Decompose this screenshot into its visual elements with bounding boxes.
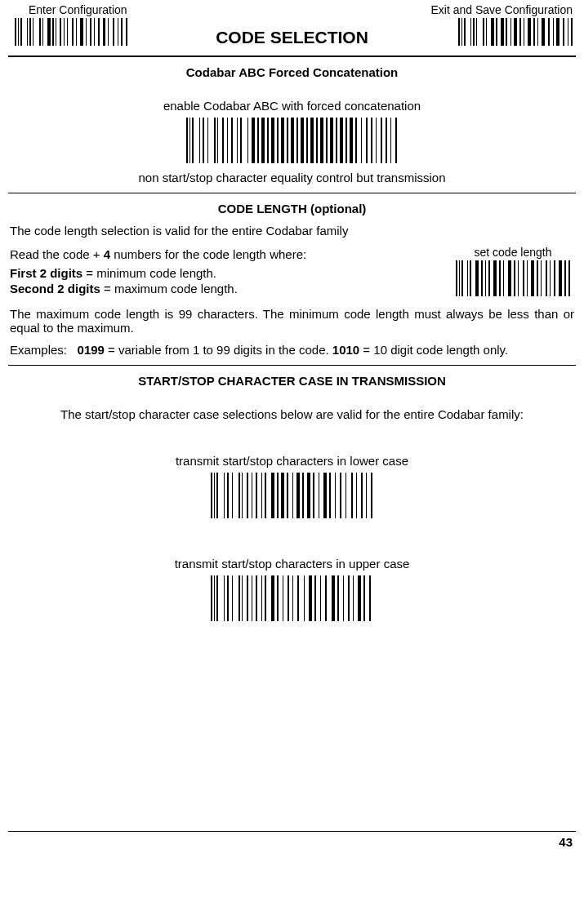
svg-rect-144 xyxy=(313,473,314,518)
svg-rect-107 xyxy=(499,260,501,296)
svg-rect-64 xyxy=(237,118,238,163)
svg-rect-141 xyxy=(296,473,300,518)
svg-rect-82 xyxy=(326,118,328,163)
text: = maximum code length. xyxy=(100,282,238,295)
concat-note-caption: non start/stop character equality contro… xyxy=(8,171,576,184)
svg-rect-165 xyxy=(252,575,252,621)
svg-rect-131 xyxy=(247,473,248,518)
svg-rect-112 xyxy=(523,260,524,296)
svg-rect-186 xyxy=(363,575,365,621)
svg-rect-168 xyxy=(265,575,266,621)
svg-rect-152 xyxy=(356,473,357,518)
text: Read the code + xyxy=(10,247,104,261)
svg-rect-117 xyxy=(546,260,547,296)
svg-rect-121 xyxy=(564,260,566,296)
svg-rect-146 xyxy=(323,473,327,518)
barcode-icon xyxy=(186,118,399,163)
svg-rect-139 xyxy=(287,473,288,518)
svg-rect-54 xyxy=(189,118,190,163)
svg-rect-68 xyxy=(257,118,259,163)
svg-rect-124 xyxy=(214,473,215,518)
svg-rect-53 xyxy=(186,118,188,163)
svg-rect-69 xyxy=(261,118,265,163)
svg-rect-61 xyxy=(222,118,224,163)
svg-rect-79 xyxy=(310,118,314,163)
svg-rect-67 xyxy=(252,118,255,163)
svg-rect-114 xyxy=(531,260,534,296)
section-title-codelength: CODE LENGTH (optional) xyxy=(8,202,576,215)
svg-rect-85 xyxy=(340,118,343,163)
svg-rect-129 xyxy=(239,473,240,518)
svg-rect-76 xyxy=(296,118,298,163)
svg-rect-128 xyxy=(232,473,233,518)
divider xyxy=(8,56,576,57)
svg-rect-98 xyxy=(459,260,460,296)
svg-rect-127 xyxy=(227,473,229,518)
svg-rect-151 xyxy=(351,473,353,518)
svg-rect-133 xyxy=(256,473,257,518)
svg-rect-170 xyxy=(277,575,279,621)
svg-rect-65 xyxy=(240,118,242,163)
svg-rect-140 xyxy=(292,473,293,518)
text: = minimum code length. xyxy=(82,266,216,280)
divider xyxy=(8,193,576,193)
set-code-length-block: set code length xyxy=(452,246,574,299)
svg-rect-71 xyxy=(271,118,274,163)
text-bold: 0199 xyxy=(78,343,105,357)
text-bold: 4 xyxy=(104,247,110,261)
svg-rect-153 xyxy=(361,473,363,518)
enable-concat-caption: enable Codabar ABC with forced concatena… xyxy=(8,99,576,113)
svg-rect-81 xyxy=(320,118,323,163)
upper-case-caption: transmit start/stop characters in upper … xyxy=(8,557,576,571)
svg-rect-181 xyxy=(337,575,339,621)
svg-rect-92 xyxy=(376,118,377,163)
svg-rect-84 xyxy=(336,118,337,163)
svg-rect-156 xyxy=(211,575,212,621)
svg-rect-184 xyxy=(353,575,354,621)
upper-case-barcode xyxy=(8,575,576,624)
set-code-length-label: set code length xyxy=(452,246,574,259)
svg-rect-60 xyxy=(217,118,218,163)
svg-rect-93 xyxy=(381,118,382,163)
max-length-note: The maximum code length is 99 characters… xyxy=(8,307,576,335)
svg-rect-125 xyxy=(216,473,218,518)
svg-rect-164 xyxy=(247,575,248,621)
svg-rect-120 xyxy=(559,260,562,296)
svg-rect-169 xyxy=(271,575,274,621)
section-title-startstop: START/STOP CHARACTER CASE IN TRANSMISSIO… xyxy=(8,374,576,388)
svg-rect-111 xyxy=(518,260,519,296)
svg-rect-83 xyxy=(330,118,333,163)
svg-rect-182 xyxy=(343,575,344,621)
svg-rect-108 xyxy=(503,260,504,296)
svg-rect-178 xyxy=(320,575,321,621)
page-number: 43 xyxy=(559,835,573,849)
page-title: CODE SELECTION xyxy=(8,28,576,47)
svg-rect-143 xyxy=(307,473,310,518)
svg-rect-97 xyxy=(456,260,457,296)
second-digits-line: Second 2 digits = maximum code length. xyxy=(10,282,444,295)
svg-rect-155 xyxy=(371,473,372,518)
svg-rect-135 xyxy=(265,473,266,518)
svg-rect-103 xyxy=(481,260,483,296)
enable-concat-barcode xyxy=(8,118,576,166)
svg-rect-86 xyxy=(345,118,347,163)
svg-rect-138 xyxy=(281,473,284,518)
first-digits-line: First 2 digits = minimum code length. xyxy=(10,266,444,280)
svg-rect-176 xyxy=(309,575,312,621)
footer: 43 xyxy=(8,831,576,849)
text-bold: 1010 xyxy=(332,343,359,357)
svg-rect-87 xyxy=(350,118,353,163)
svg-rect-167 xyxy=(261,575,262,621)
svg-rect-101 xyxy=(470,260,471,296)
text: = variable from 1 to 99 digits in the co… xyxy=(105,343,332,357)
svg-rect-177 xyxy=(314,575,316,621)
examples-label: Examples: xyxy=(10,343,67,357)
svg-rect-126 xyxy=(224,473,225,518)
svg-rect-145 xyxy=(319,473,319,518)
svg-rect-150 xyxy=(345,473,346,518)
svg-rect-91 xyxy=(371,118,372,163)
svg-rect-89 xyxy=(361,118,362,163)
svg-rect-73 xyxy=(281,118,284,163)
svg-rect-116 xyxy=(541,260,542,296)
codelength-rules-block: Read the code + 4 numbers for the code l… xyxy=(8,246,576,299)
